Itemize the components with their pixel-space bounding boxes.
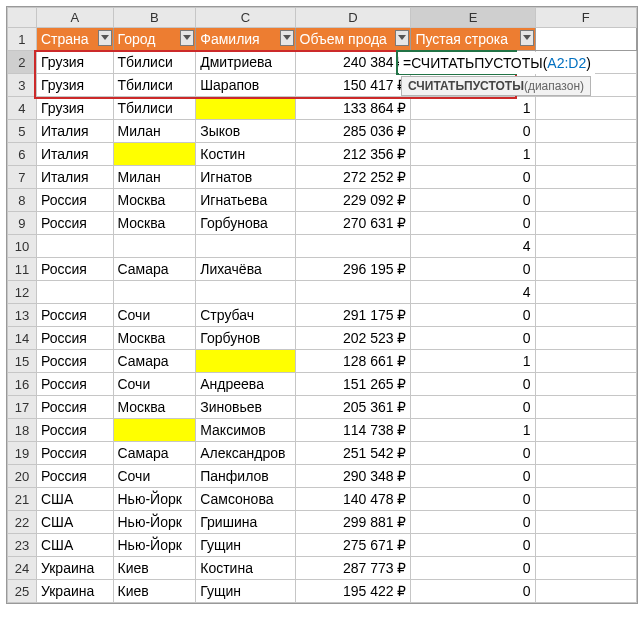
cell-city[interactable]: Нью-Йорк xyxy=(113,488,196,511)
cell-amount[interactable]: 140 478 ₽ xyxy=(295,488,411,511)
cell-amount[interactable]: 229 092 ₽ xyxy=(295,189,411,212)
cell-amount[interactable] xyxy=(295,235,411,258)
select-all-corner[interactable] xyxy=(8,8,37,28)
row-header-21[interactable]: 21 xyxy=(8,488,37,511)
cell-amount[interactable]: 205 361 ₽ xyxy=(295,396,411,419)
cell-country[interactable]: Россия xyxy=(36,327,113,350)
table-header-cell[interactable]: Фамилия xyxy=(196,28,295,51)
row-header-1[interactable]: 1 xyxy=(8,28,37,51)
cell-blank[interactable]: 4 xyxy=(411,235,535,258)
cell-empty[interactable] xyxy=(535,258,636,281)
cell-empty[interactable] xyxy=(535,97,636,120)
row-header-24[interactable]: 24 xyxy=(8,557,37,580)
cell-empty[interactable] xyxy=(535,166,636,189)
cell-surname[interactable] xyxy=(196,281,295,304)
cell-country[interactable]: Россия xyxy=(36,442,113,465)
row-header-10[interactable]: 10 xyxy=(8,235,37,258)
cell-blank[interactable]: 4 xyxy=(411,281,535,304)
cell-country[interactable]: Россия xyxy=(36,465,113,488)
cell-city[interactable]: Нью-Йорк xyxy=(113,534,196,557)
cell-blank[interactable]: 1 xyxy=(411,419,535,442)
cell-city[interactable]: Сочи xyxy=(113,304,196,327)
cell-country[interactable]: Украина xyxy=(36,580,113,603)
cell-amount[interactable]: 133 864 ₽ xyxy=(295,97,411,120)
cell-empty[interactable] xyxy=(535,557,636,580)
cell-surname[interactable]: Зыков xyxy=(196,120,295,143)
cell-empty[interactable] xyxy=(535,373,636,396)
cell-city[interactable] xyxy=(113,281,196,304)
cell-surname[interactable]: Гришина xyxy=(196,511,295,534)
cell-country[interactable]: США xyxy=(36,511,113,534)
cell-city[interactable] xyxy=(113,419,196,442)
cell-empty[interactable] xyxy=(535,143,636,166)
cell-country[interactable]: Россия xyxy=(36,373,113,396)
cell-surname[interactable]: Костина xyxy=(196,557,295,580)
cell-blank[interactable]: 0 xyxy=(411,534,535,557)
cell-empty[interactable] xyxy=(535,488,636,511)
cell-surname[interactable]: Максимов xyxy=(196,419,295,442)
cell-empty[interactable] xyxy=(535,212,636,235)
cell-country[interactable]: Грузия xyxy=(36,51,113,74)
filter-dropdown-icon[interactable] xyxy=(280,30,294,46)
table-header-cell[interactable]: Объем прода xyxy=(295,28,411,51)
cell-blank[interactable]: 0 xyxy=(411,212,535,235)
cell-surname[interactable]: Панфилов xyxy=(196,465,295,488)
cell-empty[interactable] xyxy=(535,396,636,419)
cell-blank[interactable]: 0 xyxy=(411,465,535,488)
row-header-8[interactable]: 8 xyxy=(8,189,37,212)
cell-surname[interactable]: Струбач xyxy=(196,304,295,327)
cell-amount[interactable]: 114 738 ₽ xyxy=(295,419,411,442)
cell-amount[interactable] xyxy=(295,281,411,304)
cell-amount[interactable]: 275 671 ₽ xyxy=(295,534,411,557)
grid[interactable]: ABCDEF 1СтранаГородФамилияОбъем продаПус… xyxy=(7,7,637,603)
cell-city[interactable]: Самара xyxy=(113,442,196,465)
cell-blank[interactable]: 0 xyxy=(411,258,535,281)
cell-blank[interactable]: 1 xyxy=(411,97,535,120)
row-header-7[interactable]: 7 xyxy=(8,166,37,189)
filter-dropdown-icon[interactable] xyxy=(520,30,534,46)
cell-country[interactable]: Россия xyxy=(36,258,113,281)
cell-blank[interactable]: 0 xyxy=(411,511,535,534)
cell-city[interactable]: Милан xyxy=(113,166,196,189)
cell-city[interactable]: Сочи xyxy=(113,465,196,488)
cell-city[interactable]: Самара xyxy=(113,350,196,373)
cell-city[interactable]: Тбилиси xyxy=(113,97,196,120)
cell-country[interactable]: Россия xyxy=(36,396,113,419)
cell-surname[interactable] xyxy=(196,235,295,258)
cell-amount[interactable]: 270 631 ₽ xyxy=(295,212,411,235)
cell-empty[interactable] xyxy=(535,465,636,488)
cell-surname[interactable]: Зиновьев xyxy=(196,396,295,419)
cell-surname[interactable] xyxy=(196,97,295,120)
row-header-16[interactable]: 16 xyxy=(8,373,37,396)
cell-city[interactable]: Москва xyxy=(113,327,196,350)
cell-city[interactable]: Москва xyxy=(113,396,196,419)
cell-blank[interactable]: 1 xyxy=(411,143,535,166)
cell-country[interactable]: США xyxy=(36,534,113,557)
cell-surname[interactable]: Александров xyxy=(196,442,295,465)
cell-empty[interactable] xyxy=(535,120,636,143)
cell-empty[interactable] xyxy=(535,281,636,304)
row-header-18[interactable]: 18 xyxy=(8,419,37,442)
col-header-C[interactable]: C xyxy=(196,8,295,28)
cell-country[interactable]: Грузия xyxy=(36,97,113,120)
row-header-22[interactable]: 22 xyxy=(8,511,37,534)
cell-country[interactable]: Италия xyxy=(36,120,113,143)
cell-blank[interactable]: 0 xyxy=(411,304,535,327)
cell-empty[interactable] xyxy=(535,511,636,534)
cell-surname[interactable]: Лихачёва xyxy=(196,258,295,281)
cell-surname[interactable]: Игнатьева xyxy=(196,189,295,212)
cell-surname[interactable]: Игнатов xyxy=(196,166,295,189)
row-header-25[interactable]: 25 xyxy=(8,580,37,603)
cell-amount[interactable]: 272 252 ₽ xyxy=(295,166,411,189)
cell-country[interactable]: Россия xyxy=(36,419,113,442)
spreadsheet[interactable]: ABCDEF 1СтранаГородФамилияОбъем продаПус… xyxy=(6,6,638,604)
cell-country[interactable]: Грузия xyxy=(36,74,113,97)
row-header-23[interactable]: 23 xyxy=(8,534,37,557)
cell-city[interactable] xyxy=(113,143,196,166)
cell-country[interactable]: Россия xyxy=(36,304,113,327)
cell-empty[interactable] xyxy=(535,442,636,465)
cell-empty[interactable] xyxy=(535,235,636,258)
col-header-D[interactable]: D xyxy=(295,8,411,28)
cell-country[interactable] xyxy=(36,281,113,304)
cell-empty[interactable] xyxy=(535,534,636,557)
